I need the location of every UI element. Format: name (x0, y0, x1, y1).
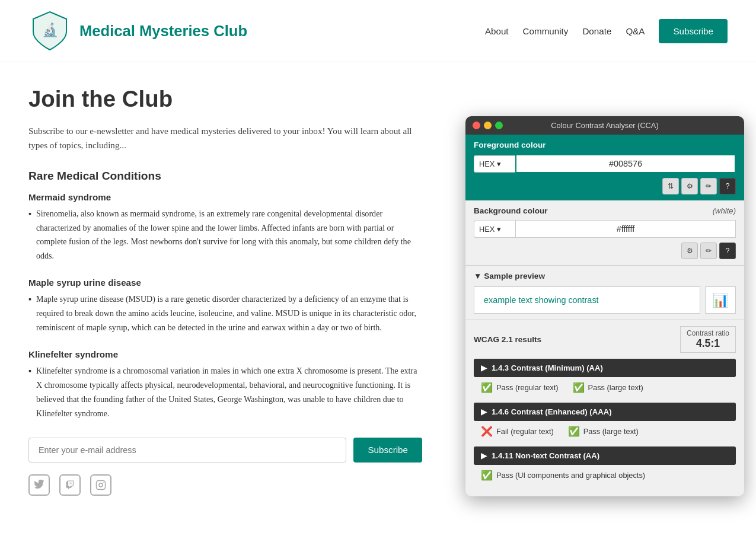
wcag-section: WCAG 2.1 results Contrast ratio 4.5:1 ▶ … (465, 320, 744, 496)
wcag-title: WCAG 2.1 results (474, 335, 541, 344)
cca-titlebar: Colour Contrast Analyser (CCA) (465, 116, 744, 135)
result-aa: ▶ 1.4.3 Contrast (Minimum) (AA) ✅ Pass (… (474, 359, 736, 398)
social-icons (28, 474, 422, 496)
background-section: Background colour (white) HEX ▾ ⚙ ✏ ? (465, 200, 744, 265)
nav-donate[interactable]: Donate (582, 26, 611, 36)
foreground-format-dropdown[interactable]: HEX ▾ (474, 155, 515, 173)
sample-preview-row: example text showing contrast 📊 (474, 286, 736, 314)
background-header-row: Background colour (white) (465, 200, 744, 218)
background-hint: (white) (713, 206, 736, 215)
svg-text:🔬: 🔬 (42, 22, 59, 38)
condition-mermaid: Mermaid syndrome Sirenomelia, also known… (28, 192, 422, 264)
foreground-input-row: HEX ▾ (474, 154, 736, 173)
background-hex-input[interactable] (515, 220, 736, 238)
subscribe-row: Subscribe (28, 438, 422, 463)
brand-name: Medical Mysteries Club (79, 23, 247, 40)
close-button[interactable] (473, 122, 480, 129)
sample-preview-text: example text showing contrast (474, 286, 700, 314)
pass-icon: ✅ (481, 470, 493, 481)
condition-mermaid-desc: Sirenomelia, also known as mermaid syndr… (28, 207, 422, 264)
pass-icon: ✅ (481, 382, 493, 393)
help-icon[interactable]: ? (719, 178, 736, 194)
logo: 🔬 (28, 9, 71, 52)
bg-settings-icon[interactable]: ⚙ (681, 243, 698, 259)
foreground-section: Foreground colour HEX ▾ ⇅ ⚙ ✏ ? (465, 135, 744, 200)
email-input[interactable] (28, 438, 346, 463)
settings-icon[interactable]: ⚙ (681, 178, 698, 194)
foreground-hex-input[interactable] (515, 154, 736, 173)
background-input-row: HEX ▾ (474, 220, 736, 238)
result-aaa-large: ✅ Pass (large text) (568, 426, 639, 437)
result-aaa-body: ❌ Fail (regular text) ✅ Pass (large text… (474, 421, 736, 442)
traffic-lights (473, 122, 503, 129)
condition-klinefelter-title: Klinefelter syndrome (28, 349, 422, 359)
contrast-label: Contrast ratio (687, 329, 729, 337)
brand: 🔬 Medical Mysteries Club (28, 9, 247, 52)
maximize-button[interactable] (495, 122, 503, 129)
foreground-label: Foreground colour (474, 141, 736, 149)
pass-icon: ✅ (568, 426, 580, 437)
nav-qa[interactable]: Q&A (626, 26, 645, 36)
condition-msud: Maple syrup urine disease Maple syrup ur… (28, 278, 422, 335)
result-nontext-header[interactable]: ▶ 1.4.11 Non-text Contrast (AA) (474, 446, 736, 465)
contrast-ratio-box: Contrast ratio 4.5:1 (680, 326, 736, 353)
result-aa-body: ✅ Pass (regular text) ✅ Pass (large text… (474, 377, 736, 398)
svg-point-3 (103, 482, 104, 483)
background-label: Background colour (474, 206, 548, 215)
result-aaa: ▶ 1.4.6 Contrast (Enhanced) (AAA) ❌ Fail… (474, 403, 736, 442)
sample-preview-label: ▼ Sample preview (474, 272, 736, 280)
nav-links: About Community Donate Q&A Subscribe (485, 19, 728, 43)
cca-title: Colour Contrast Analyser (CCA) (551, 121, 658, 130)
twitch-icon[interactable] (59, 474, 81, 496)
background-input-section: HEX ▾ ⚙ ✏ ? (465, 218, 744, 265)
result-aa-regular: ✅ Pass (regular text) (481, 382, 559, 393)
nav-community[interactable]: Community (523, 26, 569, 36)
result-aa-header[interactable]: ▶ 1.4.3 Contrast (Minimum) (AA) (474, 359, 736, 377)
result-aaa-regular: ❌ Fail (regular text) (481, 426, 554, 437)
result-aa-large: ✅ Pass (large text) (573, 382, 643, 393)
foreground-toolbar: ⇅ ⚙ ✏ ? (474, 178, 736, 194)
result-nontext-ui: ✅ Pass (UI components and graphical obje… (481, 470, 645, 481)
condition-klinefelter-desc: Klinefelter syndrome is a chromosomal va… (28, 364, 422, 421)
condition-msud-title: Maple syrup urine disease (28, 278, 422, 288)
section-heading: Rare Medical Conditions (28, 170, 422, 183)
pass-icon: ✅ (573, 382, 585, 393)
svg-rect-1 (97, 480, 106, 489)
bg-eyedropper-icon[interactable]: ✏ (700, 243, 717, 259)
result-aaa-header[interactable]: ▶ 1.4.6 Contrast (Enhanced) (AAA) (474, 403, 736, 421)
instagram-icon[interactable] (90, 474, 111, 496)
main-content: Join the Club Subscribe to our e-newslet… (0, 62, 451, 519)
result-nontext-body: ✅ Pass (UI components and graphical obje… (474, 465, 736, 486)
svg-point-2 (99, 483, 103, 487)
chart-view-button[interactable]: 📊 (705, 286, 736, 314)
chart-icon: 📊 (712, 292, 729, 308)
minimize-button[interactable] (484, 122, 492, 129)
wcag-header: WCAG 2.1 results Contrast ratio 4.5:1 (474, 326, 736, 353)
page-title: Join the Club (28, 86, 422, 112)
eyedropper-icon[interactable]: ✏ (700, 178, 717, 194)
condition-klinefelter: Klinefelter syndrome Klinefelter syndrom… (28, 349, 422, 421)
background-toolbar: ⚙ ✏ ? (474, 243, 736, 259)
background-format-dropdown[interactable]: HEX ▾ (474, 221, 515, 238)
result-nontext: ▶ 1.4.11 Non-text Contrast (AA) ✅ Pass (… (474, 446, 736, 486)
swap-icon[interactable]: ⇅ (662, 178, 679, 194)
intro-text: Subscribe to our e-newsletter and have m… (28, 124, 422, 153)
bg-help-icon[interactable]: ? (719, 243, 736, 259)
condition-mermaid-title: Mermaid syndrome (28, 192, 422, 202)
contrast-value: 4.5:1 (687, 337, 729, 350)
condition-msud-desc: Maple syrup urine disease (MSUD) is a ra… (28, 292, 422, 335)
sample-preview-section: ▼ Sample preview example text showing co… (465, 266, 744, 320)
navbar: 🔬 Medical Mysteries Club About Community… (0, 0, 756, 62)
fail-icon: ❌ (481, 426, 493, 437)
subscribe-button[interactable]: Subscribe (353, 438, 422, 463)
twitter-icon[interactable] (28, 474, 50, 496)
cca-window: Colour Contrast Analyser (CCA) Foregroun… (465, 116, 744, 496)
nav-about[interactable]: About (485, 26, 509, 36)
nav-subscribe-button[interactable]: Subscribe (659, 19, 728, 43)
